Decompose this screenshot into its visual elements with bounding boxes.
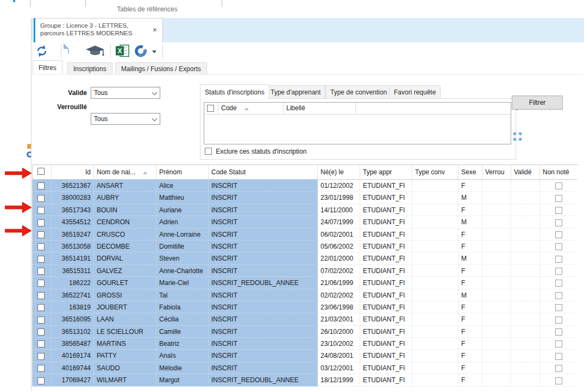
column-header[interactable]: Non noté	[540, 165, 577, 180]
non-note-checkbox[interactable]	[555, 292, 562, 299]
mini-grid-libelle-header[interactable]: Libellé	[284, 103, 356, 114]
cell-statut: INSCRIT	[209, 350, 318, 362]
column-header[interactable]: Prénom	[156, 165, 209, 180]
row-checkbox[interactable]	[37, 304, 45, 311]
column-header[interactable]: Id	[52, 165, 94, 180]
table-row[interactable]: 43554512CENDRONAdrienINSCRIT24/07/1999ET…	[33, 216, 578, 228]
column-header[interactable]: Verrou	[482, 165, 511, 180]
row-checkbox[interactable]	[37, 182, 45, 189]
table-row[interactable]: 38565487MARTINSBeatrizINSCRIT23/10/2002E…	[33, 338, 578, 350]
new-document-icon[interactable]	[68, 43, 69, 54]
app-ring-icon[interactable]	[134, 45, 148, 60]
tab-statuts-inscriptions[interactable]: Statuts d'inscriptions	[200, 84, 269, 99]
tab-favori-requete[interactable]: Favori requête	[389, 85, 441, 99]
cell-valide	[511, 326, 540, 338]
cell-verrou	[482, 204, 511, 216]
non-note-checkbox[interactable]	[555, 304, 562, 311]
filtrer-button[interactable]: Filtrer	[512, 96, 563, 110]
row-checkbox[interactable]	[37, 207, 45, 214]
row-checkbox[interactable]	[37, 219, 45, 226]
verrouille-select[interactable]: Tous	[91, 113, 160, 125]
column-header[interactable]: Type appr	[360, 165, 412, 180]
non-note-checkbox[interactable]	[555, 353, 562, 360]
table-row[interactable]: 36517343BOUINAurianeINSCRIT14/11/2000ETU…	[33, 204, 578, 216]
non-note-checkbox[interactable]	[555, 280, 562, 287]
tab-filtres[interactable]: Filtres	[33, 60, 62, 74]
mini-grid-select-all-checkbox[interactable]	[207, 105, 214, 112]
excel-export-icon[interactable]: X	[116, 45, 129, 59]
non-note-checkbox[interactable]	[555, 219, 562, 226]
non-note-checkbox[interactable]	[555, 365, 562, 372]
column-header[interactable]: Validé	[511, 165, 540, 180]
cell-ne: 05/06/2002	[318, 241, 360, 252]
cell-statut: INSCRIT	[209, 313, 318, 325]
table-row[interactable]: 17069427WILMARTMargotINSCRIT_REDOUBL_ANN…	[33, 374, 578, 386]
table-row[interactable]: 36514191DORVALStevenINSCRIT22/01/2000ETU…	[33, 252, 578, 264]
column-header[interactable]: Nom de nai...	[94, 165, 156, 180]
refresh-icon[interactable]	[35, 44, 48, 60]
close-icon[interactable]: ×	[153, 26, 157, 34]
row-checkbox[interactable]	[37, 317, 45, 324]
valide-select[interactable]: Tous	[91, 87, 160, 99]
row-checkbox[interactable]	[37, 195, 45, 202]
non-note-checkbox[interactable]	[555, 243, 562, 250]
row-checkbox[interactable]	[37, 353, 45, 360]
table-row[interactable]: 36515311GALVEZAnne-CharlotteINSCRIT07/02…	[33, 265, 578, 277]
cell-type_conv	[412, 350, 459, 362]
row-checkbox[interactable]	[37, 243, 45, 250]
cell-statut: INSCRIT_REDOUBL_ANNEE	[209, 277, 318, 289]
app-window: { "parent_tabs": { "reference_tab_label"…	[0, 0, 584, 392]
non-note-checkbox[interactable]	[555, 207, 562, 214]
row-checkbox[interactable]	[37, 292, 45, 299]
table-row[interactable]: 36513102LE SCIELLOURCamilleINSCRIT26/10/…	[33, 326, 578, 338]
table-row[interactable]: 36519247CRUSCOAnne-LorraineINSCRIT06/02/…	[33, 229, 578, 241]
table-row[interactable]: 38000283AUBRYMatthieuINSCRIT23/01/1998ET…	[33, 192, 578, 204]
mini-grid-code-header[interactable]: Code	[218, 103, 284, 114]
table-row[interactable]: 36513058DECOMBEDomitilleINSCRIT05/06/200…	[33, 241, 578, 252]
row-checkbox[interactable]	[37, 231, 45, 238]
non-note-checkbox[interactable]	[555, 256, 562, 263]
tab-mailings-fusions-exports[interactable]: Mailings / Fusions / Exports	[115, 62, 207, 74]
column-header-label: Type appr	[363, 168, 392, 176]
row-checkbox[interactable]	[37, 340, 45, 347]
row-checkbox[interactable]	[37, 328, 45, 336]
non-note-checkbox[interactable]	[555, 182, 562, 189]
table-row[interactable]: 186222GOURLETMarie-CielINSCRIT_REDOUBL_A…	[33, 277, 578, 289]
cell-valide	[511, 216, 540, 228]
table-row[interactable]: 40169174PATTYAnaïsINSCRIT24/08/2001ETUDI…	[33, 350, 578, 362]
table-row[interactable]: 40169744SAUDOMélodieINSCRIT03/12/2001ETU…	[33, 362, 578, 374]
non-note-checkbox[interactable]	[555, 195, 562, 202]
row-checkbox[interactable]	[37, 268, 45, 275]
tab-tables-de-references[interactable]: Tables de références	[106, 5, 188, 13]
column-header[interactable]: Code Statut	[209, 165, 318, 180]
select-all-cell[interactable]	[33, 165, 52, 180]
row-checkbox[interactable]	[37, 377, 45, 384]
non-note-checkbox[interactable]	[555, 328, 562, 336]
select-all-checkbox[interactable]	[37, 168, 45, 175]
non-note-checkbox[interactable]	[555, 377, 562, 384]
non-note-checkbox[interactable]	[555, 268, 562, 275]
table-row[interactable]: 36516095LAANCéciliaINSCRIT21/03/2001ETUD…	[33, 313, 578, 325]
column-header[interactable]: Né(e) le	[318, 165, 360, 180]
non-note-checkbox[interactable]	[555, 317, 562, 324]
column-header[interactable]: Sexe	[459, 165, 482, 180]
table-row[interactable]: 163819JOUBERTFabiolaINSCRIT23/06/1998ETU…	[33, 301, 578, 313]
tab-type-convention[interactable]: Type de convention	[325, 85, 392, 99]
non-note-checkbox[interactable]	[555, 340, 562, 347]
row-checkbox[interactable]	[37, 256, 45, 263]
tab-type-apprenant[interactable]: Type d'apprenant	[266, 85, 325, 99]
row-checkbox[interactable]	[37, 280, 45, 287]
table-row[interactable]: 36521367ANSARTAliceINSCRIT01/12/2002ETUD…	[33, 180, 578, 192]
row-checkbox[interactable]	[37, 365, 45, 372]
non-note-cell	[540, 229, 577, 241]
exclude-status-checkbox[interactable]	[205, 148, 212, 155]
column-header[interactable]: Type conv	[412, 165, 459, 180]
tab-inscriptions[interactable]: Inscriptions	[67, 62, 112, 74]
expand-icon[interactable]	[513, 132, 522, 143]
graduation-cap-icon[interactable]	[85, 46, 105, 59]
non-note-checkbox[interactable]	[555, 231, 562, 238]
row-select-cell	[33, 192, 52, 204]
document-tab-groupe[interactable]: Groupe : Licence 3 - LETTRES, parcours L…	[34, 18, 163, 42]
dropdown-caret-icon[interactable]	[152, 50, 156, 53]
table-row[interactable]: 36522741GROSSITalINSCRIT02/02/2002ETUDIA…	[33, 289, 578, 301]
